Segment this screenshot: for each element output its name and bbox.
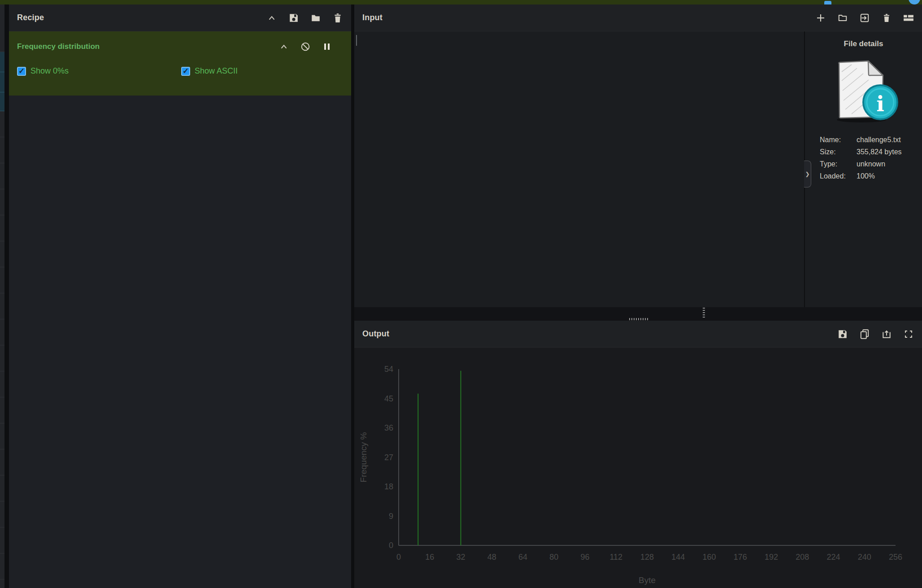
banner-fragment-icon <box>824 1 831 4</box>
svg-text:112: 112 <box>609 553 622 562</box>
clear-recipe-icon[interactable] <box>332 13 343 23</box>
svg-text:80: 80 <box>549 553 558 562</box>
operation-frequency-distribution[interactable]: Frequency distribution Show 0%s Sh <box>9 31 351 96</box>
operation-list-item[interactable] <box>0 527 4 553</box>
svg-text:96: 96 <box>580 553 589 562</box>
operation-list-item[interactable] <box>0 267 4 293</box>
operation-list-item[interactable] <box>0 553 4 579</box>
output-header: Output <box>354 321 922 348</box>
recipe-header: Recipe <box>9 4 351 31</box>
open-folder-icon[interactable] <box>837 13 848 23</box>
operation-list-item[interactable] <box>0 293 4 319</box>
open-input-icon[interactable] <box>859 13 870 23</box>
file-detail-row: Type: unknown <box>820 158 922 170</box>
frequency-distribution-chart: 0918273645540163248648096112128144160176… <box>354 348 922 588</box>
recipe-input-divider[interactable] <box>351 4 354 588</box>
operation-list-item[interactable] <box>0 215 4 241</box>
file-detail-row: Loaded: 100% <box>820 170 922 182</box>
svg-text:0: 0 <box>396 553 401 562</box>
operations-pane-divider[interactable] <box>4 4 9 588</box>
copy-output-icon[interactable] <box>859 329 870 340</box>
field-label: Loaded: <box>820 170 857 182</box>
load-recipe-icon[interactable] <box>310 13 321 23</box>
operation-list-item[interactable] <box>0 52 4 72</box>
svg-text:144: 144 <box>671 553 685 562</box>
svg-text:Frequency %: Frequency % <box>359 432 368 482</box>
operation-list-item[interactable] <box>0 397 4 423</box>
output-title: Output <box>362 329 389 339</box>
svg-text:45: 45 <box>384 394 393 403</box>
operation-list-item[interactable] <box>0 475 4 501</box>
top-banner-strip <box>0 0 922 4</box>
operation-list-item[interactable] <box>0 449 4 475</box>
operation-list-item[interactable] <box>0 319 4 345</box>
input-header: Input <box>354 4 922 31</box>
field-label: Type: <box>820 158 857 170</box>
operation-list-item[interactable] <box>0 4 4 52</box>
collapse-chevron-icon[interactable] <box>266 13 277 23</box>
save-output-icon[interactable] <box>837 329 848 340</box>
svg-text:256: 256 <box>889 553 902 562</box>
input-output-divider-grip[interactable] <box>629 318 648 320</box>
svg-text:Byte: Byte <box>639 575 656 585</box>
show-ascii-checkbox[interactable] <box>181 67 190 76</box>
field-label: Size: <box>820 146 857 158</box>
input-title: Input <box>362 13 383 22</box>
file-details-panel: File details i Name: challenge5.txt Size… <box>805 31 922 307</box>
recipe-title: Recipe <box>17 13 44 22</box>
file-detail-row: Size: 355,824 bytes <box>820 146 922 158</box>
show-ascii-option: Show ASCII <box>181 66 238 76</box>
operation-list-item[interactable] <box>0 137 4 163</box>
operation-list-item[interactable] <box>0 92 4 111</box>
breakpoint-pause-icon[interactable] <box>322 41 332 52</box>
file-details-collapse-toggle[interactable] <box>804 161 811 187</box>
svg-text:27: 27 <box>384 453 393 462</box>
field-value: challenge5.txt <box>857 134 901 146</box>
operations-list-sliver[interactable] <box>0 4 4 588</box>
svg-text:160: 160 <box>702 553 716 562</box>
svg-text:9: 9 <box>389 512 393 521</box>
input-tabs-icon[interactable] <box>903 13 914 23</box>
svg-text:64: 64 <box>518 553 527 562</box>
operation-list-item[interactable] <box>0 501 4 527</box>
field-label: Name: <box>820 134 857 146</box>
svg-text:128: 128 <box>640 553 654 562</box>
operation-list-item[interactable] <box>0 371 4 397</box>
operation-title: Frequency distribution <box>17 42 100 51</box>
operation-list-item[interactable] <box>0 345 4 371</box>
field-value: 100% <box>857 170 875 182</box>
operation-list-item[interactable] <box>0 72 4 92</box>
checkbox-label[interactable]: Show 0%s <box>30 66 69 76</box>
replace-input-icon[interactable] <box>881 329 892 340</box>
text-caret <box>356 35 357 46</box>
svg-text:48: 48 <box>487 553 496 562</box>
output-area[interactable]: 0918273645540163248648096112128144160176… <box>354 348 922 588</box>
operation-list-item[interactable] <box>0 163 4 189</box>
disable-operation-icon[interactable] <box>300 41 311 52</box>
svg-text:i: i <box>876 92 884 116</box>
recipe-pane: Recipe Frequency distribution <box>9 4 351 588</box>
svg-text:54: 54 <box>384 365 393 374</box>
operation-list-item[interactable] <box>0 241 4 267</box>
save-recipe-icon[interactable] <box>288 13 299 23</box>
operation-list-item[interactable] <box>0 111 4 137</box>
clear-input-icon[interactable] <box>881 13 892 23</box>
input-textarea[interactable]: File details i Name: challenge5.txt Size… <box>354 31 922 307</box>
svg-text:0: 0 <box>389 541 393 550</box>
svg-text:18: 18 <box>384 482 393 491</box>
operation-list-item[interactable] <box>0 189 4 215</box>
field-value: unknown <box>857 158 885 170</box>
collapse-chevron-icon[interactable] <box>278 41 289 52</box>
checkbox-label[interactable]: Show ASCII <box>195 66 238 76</box>
svg-text:192: 192 <box>765 553 778 562</box>
svg-text:36: 36 <box>384 423 393 432</box>
add-input-icon[interactable] <box>815 13 826 23</box>
svg-text:208: 208 <box>796 553 809 562</box>
field-value: 355,824 bytes <box>857 146 902 158</box>
maximise-output-icon[interactable] <box>903 329 914 340</box>
show-zeros-option: Show 0%s <box>17 66 181 76</box>
show-zeros-checkbox[interactable] <box>17 67 26 76</box>
svg-text:240: 240 <box>858 553 871 562</box>
svg-text:32: 32 <box>456 553 465 562</box>
operation-list-item[interactable] <box>0 423 4 449</box>
